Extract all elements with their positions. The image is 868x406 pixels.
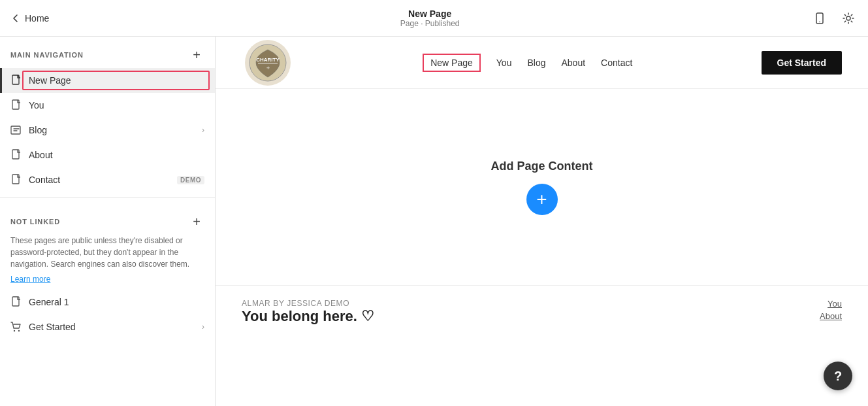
not-linked-header: NOT LINKED + <box>0 203 215 235</box>
top-bar-icons <box>811 9 858 27</box>
page-icon-you <box>10 99 22 111</box>
sidebar-item-about-label: About <box>29 150 204 160</box>
sidebar-divider-1 <box>0 197 215 198</box>
home-link[interactable]: Home <box>10 13 49 24</box>
sidebar-item-you-label: You <box>29 100 204 110</box>
page-status: Page · Published <box>400 19 460 28</box>
main-nav-header: MAIN NAVIGATION + <box>0 37 215 68</box>
footer-tagline: You belong here. ♡ <box>242 308 374 325</box>
main-nav-label: MAIN NAVIGATION <box>10 51 84 59</box>
get-started-arrow-icon: › <box>202 322 204 331</box>
svg-point-10 <box>18 330 20 331</box>
charity-emblem: CHARITY ✛ <box>248 43 287 82</box>
add-page-content-label: Add Page Content <box>491 160 593 173</box>
nav-link-contact[interactable]: Contact <box>601 58 632 68</box>
page-icon-contact <box>10 174 22 186</box>
svg-point-2 <box>846 16 850 20</box>
sidebar-item-contact[interactable]: Contact DEMO <box>0 167 215 192</box>
sidebar-item-contact-label: Contact <box>29 175 170 185</box>
not-linked-description: These pages are public unless they're di… <box>0 235 215 290</box>
sidebar-item-blog-label: Blog <box>29 125 195 135</box>
add-not-linked-button[interactable]: + <box>189 214 204 229</box>
sidebar-item-blog[interactable]: Blog › <box>0 118 215 143</box>
not-linked-desc-text: These pages are public unless they're di… <box>10 235 204 270</box>
cart-icon <box>10 321 22 333</box>
footer-left: ALMAR BY JESSICA DEMO You belong here. ♡ <box>242 299 374 325</box>
settings-button[interactable] <box>839 9 858 27</box>
top-bar-center: New Page Page · Published <box>49 8 811 28</box>
top-bar: Home New Page Page · Published <box>0 0 868 37</box>
footer-link-you[interactable]: You <box>828 299 842 309</box>
preview-logo: CHARITY ✛ <box>242 37 294 89</box>
blog-arrow-icon: › <box>202 126 204 135</box>
mobile-icon <box>813 12 826 25</box>
sidebar-item-about[interactable]: About <box>0 143 215 167</box>
content-area: CHARITY ✛ New Page You Blog About Contac… <box>216 37 868 406</box>
active-indicator <box>0 68 2 93</box>
page-icon-general1 <box>10 296 22 308</box>
sidebar-item-general1[interactable]: General 1 <box>0 290 215 314</box>
sidebar: MAIN NAVIGATION + New Page You <box>0 37 216 406</box>
logo-image: CHARITY ✛ <box>245 40 291 86</box>
sidebar-item-new-page[interactable]: New Page <box>0 68 215 93</box>
page-title: New Page <box>408 8 451 19</box>
svg-point-9 <box>14 330 15 331</box>
svg-text:CHARITY: CHARITY <box>256 57 280 63</box>
help-button[interactable]: ? <box>824 362 852 390</box>
blog-icon <box>10 124 22 136</box>
footer-link-about[interactable]: About <box>820 311 842 321</box>
learn-more-link[interactable]: Learn more <box>10 275 50 284</box>
nav-link-about[interactable]: About <box>561 58 585 68</box>
svg-rect-5 <box>11 126 20 134</box>
page-icon-about <box>10 149 22 161</box>
back-icon <box>10 13 21 24</box>
sidebar-item-general1-label: General 1 <box>29 297 204 307</box>
preview-footer: ALMAR BY JESSICA DEMO You belong here. ♡… <box>216 285 868 338</box>
content-body: Add Page Content + <box>216 89 868 285</box>
not-linked-label: NOT LINKED <box>10 218 60 226</box>
nav-link-new-page[interactable]: New Page <box>423 54 481 72</box>
sidebar-item-get-started[interactable]: Get Started › <box>0 314 215 339</box>
footer-brand: ALMAR BY JESSICA DEMO <box>242 299 374 308</box>
mobile-preview-button[interactable] <box>811 9 829 27</box>
gear-icon <box>842 12 855 25</box>
nav-link-blog[interactable]: Blog <box>527 58 545 68</box>
preview-nav-links: New Page You Blog About Contact <box>294 54 762 72</box>
sidebar-item-new-page-label: New Page <box>29 75 204 86</box>
add-main-nav-button[interactable]: + <box>189 47 204 63</box>
footer-links: You About <box>820 299 842 321</box>
sidebar-item-you[interactable]: You <box>0 93 215 118</box>
sidebar-item-get-started-label: Get Started <box>29 322 195 332</box>
get-started-cta-button[interactable]: Get Started <box>762 51 842 75</box>
svg-text:✛: ✛ <box>266 66 270 70</box>
add-content-button[interactable]: + <box>526 184 558 215</box>
svg-point-1 <box>819 21 820 22</box>
home-label: Home <box>25 13 49 24</box>
nav-link-you[interactable]: You <box>496 58 512 68</box>
main-layout: MAIN NAVIGATION + New Page You <box>0 37 868 406</box>
page-icon <box>10 75 22 86</box>
preview-nav: CHARITY ✛ New Page You Blog About Contac… <box>216 37 868 89</box>
contact-demo-badge: DEMO <box>177 176 204 184</box>
